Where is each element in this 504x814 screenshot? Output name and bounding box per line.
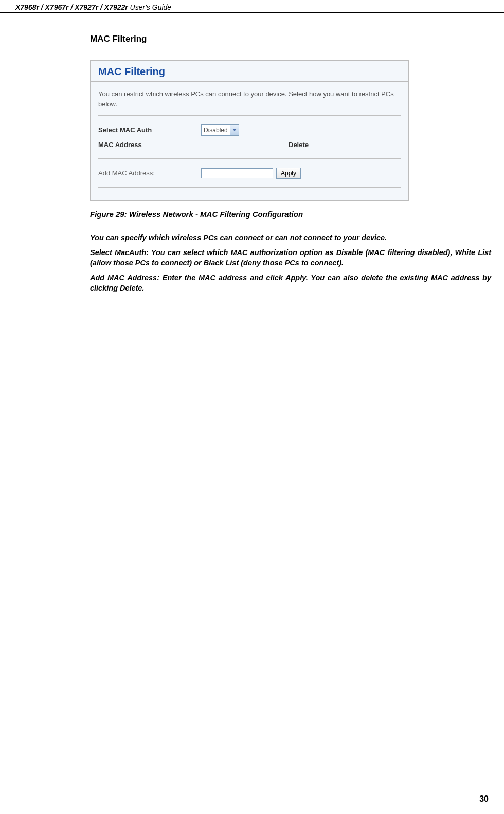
header-models: X7968r / X7967r / X7927r / X7922r	[15, 3, 128, 11]
apply-button[interactable]: Apply	[276, 168, 301, 179]
content-area: MAC Filtering MAC Filtering You can rest…	[0, 13, 504, 293]
add-mac-label: Add MAC Address:	[98, 168, 201, 178]
config-intro: You can restrict which wireless PCs can …	[98, 89, 401, 109]
header-suffix: User's Guide	[128, 3, 171, 11]
select-mac-auth-dropdown[interactable]: Disabled	[201, 124, 239, 136]
divider	[98, 187, 401, 188]
config-title: MAC Filtering	[91, 61, 408, 82]
divider	[98, 115, 401, 116]
delete-header: Delete	[289, 140, 309, 150]
paragraph-2: Select MacAuth: You can select which MAC…	[90, 248, 491, 268]
chevron-down-icon	[230, 125, 239, 135]
divider	[98, 158, 401, 159]
paragraph-3: Add MAC Address: Enter the MAC address a…	[90, 273, 491, 293]
figure-caption: Figure 29: Wireless Network - MAC Filter…	[90, 210, 491, 219]
header-bar: X7968r / X7967r / X7927r / X7922r User's…	[0, 0, 504, 13]
paragraph-1: You can specify which wireless PCs can c…	[90, 233, 491, 243]
row-select-mac-auth: Select MAC Auth Disabled	[98, 122, 401, 138]
select-mac-auth-label: Select MAC Auth	[98, 125, 201, 135]
row-mac-address-header: MAC Address Delete	[98, 138, 401, 152]
select-mac-auth-value: Disabled	[204, 125, 228, 135]
section-heading: MAC Filtering	[90, 34, 491, 44]
row-add-mac: Add MAC Address: Apply	[98, 166, 401, 181]
page: X7968r / X7967r / X7927r / X7922r User's…	[0, 0, 504, 814]
mac-address-header: MAC Address	[98, 140, 201, 150]
config-body: You can restrict which wireless PCs can …	[91, 82, 408, 200]
page-number: 30	[479, 794, 489, 804]
config-panel: MAC Filtering You can restrict which wir…	[90, 60, 409, 201]
add-mac-input[interactable]	[201, 168, 273, 178]
